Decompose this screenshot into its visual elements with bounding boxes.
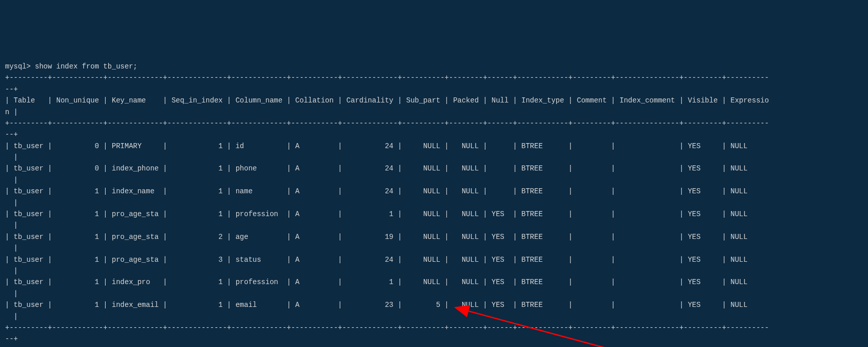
table-header: | Table | Non_unique | Key_name | Seq_in… [5,96,769,116]
sql-command: show index from tb_user; [35,62,138,71]
table-border-bot: +---------+------------+-------------+--… [5,324,769,343]
table-body: | tb_user | 0 | PRIMARY | 1 | id | A | 2… [5,141,863,322]
terminal-output: mysql> show index from tb_user; +-------… [5,50,863,347]
prompt: mysql> [5,62,35,71]
table-border-mid: +---------+------------+-------------+--… [5,119,769,138]
table-border-top: +---------+------------+-------------+--… [5,74,769,93]
